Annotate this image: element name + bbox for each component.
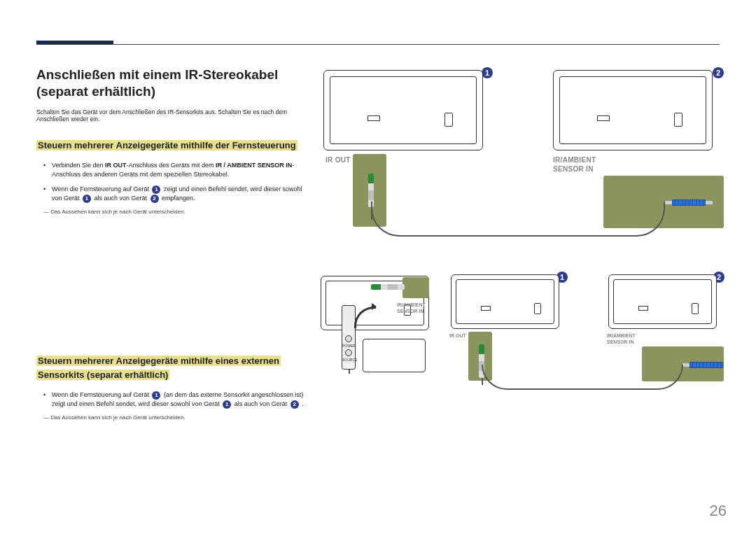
spacer (36, 216, 309, 354)
ir-out-label: IR OUT (326, 156, 351, 164)
audio-jack-green-icon (371, 284, 405, 290)
intro-text: Schalten Sie das Gerät vor dem Anschließ… (36, 108, 309, 123)
device1-back-panel (323, 70, 483, 150)
num-badge-1: 1 (223, 400, 231, 409)
section2-list: Wenn die Fernsteuerung auf Gerät 1 (an d… (36, 391, 309, 409)
device2-back-panel (553, 70, 713, 150)
ir-ambient-small-label-2: IR/AMBIENT (607, 333, 636, 338)
num-badge-1: 1 (152, 391, 160, 400)
section1-list: Verbinden Sie den IR OUT-Anschluss des G… (36, 161, 309, 203)
section1-note: Das Aussehen kann sich je nach Gerät unt… (43, 209, 309, 216)
jack-tip-icon (665, 201, 672, 204)
section1-heading: Steuern mehrerer Anzeigegeräte mithilfe … (36, 140, 298, 150)
right-column: 1 IR OUT 2 IR/AMBIENT SENSOR I (329, 63, 727, 427)
device1-badge-icon: 1 (482, 67, 493, 78)
page-title: Anschließen mit einem IR-Stereokabel (se… (36, 66, 309, 100)
left-column: Anschließen mit einem IR-Stereokabel (se… (36, 66, 309, 421)
ir-out-small-label: IR OUT (449, 333, 466, 338)
sensor-in-small-label-2: SENSOR IN (607, 339, 634, 344)
ir-ambient-label: IR/AMBIENT (553, 156, 596, 164)
page: Anschließen mit einem IR-Stereokabel (se… (0, 0, 756, 534)
device1-mid-panel (451, 274, 559, 329)
diagram-1: 1 IR OUT 2 IR/AMBIENT SENSOR I (329, 63, 727, 252)
audio-jack-blue-icon (690, 362, 723, 368)
bullet-item: Wenn die Fernsteuerung auf Gerät 1 (an d… (36, 391, 309, 409)
num-badge-1: 1 (83, 195, 91, 203)
diagram-2: IR/AMBIENT SENSOR IN POWER SOURCE 1 IR O… (329, 273, 727, 448)
page-number: 26 (710, 502, 727, 520)
section2-heading: Steuern mehrerer Anzeigegeräte mithilfe … (36, 356, 281, 380)
cable-segment (482, 378, 483, 385)
device2-mid-panel (608, 274, 717, 329)
num-badge-1: 1 (152, 185, 160, 194)
jack-tip-icon (706, 201, 713, 204)
device1-small-port (402, 277, 429, 298)
num-badge-2: 2 (150, 195, 159, 203)
num-badge-2: 2 (290, 400, 299, 409)
section2-note: Das Aussehen kann sich je nach Gerät unt… (43, 414, 309, 421)
cable-icon (371, 202, 665, 237)
sensor-in-label: SENSOR IN (553, 165, 594, 173)
bullet-item: Verbinden Sie den IR OUT-Anschluss des G… (36, 161, 309, 179)
bullet-item: Wenn die Fernsteuerung auf Gerät 1 zeigt… (36, 185, 309, 203)
audio-jack-blue-icon (672, 199, 706, 206)
cable-icon (482, 365, 683, 390)
sensor-in-small-label: SENSOR IN (397, 309, 424, 314)
cable-segment (349, 370, 350, 374)
sensor-unit-icon (363, 339, 426, 372)
header-rule (36, 44, 720, 45)
remote-sensor-kit-icon: POWER SOURCE (342, 305, 356, 370)
jack-tip-icon (682, 363, 690, 367)
device2-badge-icon: 2 (713, 67, 724, 78)
ir-ambient-small-label: IR/AMBIENT (397, 302, 426, 307)
